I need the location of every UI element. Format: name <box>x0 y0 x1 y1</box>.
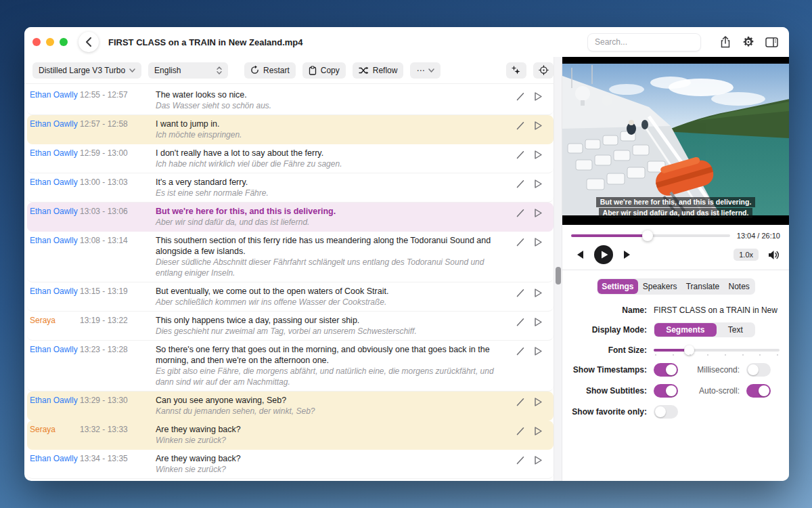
segment-text[interactable]: I don't really have a lot to say about t… <box>156 148 509 158</box>
segment-text[interactable]: Are they waving back? <box>156 453 509 464</box>
tab-notes[interactable]: Notes <box>724 279 754 294</box>
close-window-button[interactable] <box>32 38 41 46</box>
play-segment-button[interactable] <box>534 121 543 131</box>
millisecond-toggle[interactable] <box>746 363 771 377</box>
search-input[interactable]: Search... <box>587 33 701 51</box>
transcript-row[interactable]: Ethan Oawlly 12:55 - 12:57 The water loo… <box>27 86 554 115</box>
font-size-slider[interactable] <box>654 345 780 356</box>
play-segment-button[interactable] <box>534 91 543 102</box>
edit-segment-button[interactable] <box>516 346 526 356</box>
volume-icon[interactable] <box>768 250 780 260</box>
play-segment-button[interactable] <box>534 237 543 247</box>
sidebar-toggle-button[interactable] <box>762 33 781 51</box>
segment-text[interactable]: But we're here for this, and this is del… <box>156 206 509 217</box>
speaker-name[interactable]: Ethan Oawlly <box>30 148 80 158</box>
edit-segment-button[interactable] <box>516 237 526 247</box>
play-pause-button[interactable] <box>594 245 613 264</box>
play-segment-button[interactable] <box>534 208 543 218</box>
speaker-name[interactable]: Ethan Oawlly <box>30 286 80 296</box>
segment-text[interactable]: I want to jump in. <box>156 119 509 129</box>
language-select[interactable]: English <box>148 62 228 79</box>
next-segment-button[interactable] <box>618 246 636 263</box>
transcript-row[interactable]: Ethan Oawlly 13:00 - 13:03 It's a very s… <box>27 173 554 203</box>
speaker-name[interactable]: Seraya <box>30 315 80 325</box>
show-favorite-only-toggle[interactable] <box>654 405 678 419</box>
transcript-row[interactable]: Ethan Oawlly 13:34 - 13:35 Are they wavi… <box>27 450 554 479</box>
edit-segment-button[interactable] <box>516 150 526 160</box>
play-segment-button[interactable] <box>534 288 543 298</box>
transcript-row[interactable]: Ethan Oawlly 13:29 - 13:30 Can you see a… <box>27 391 554 421</box>
play-segment-button[interactable] <box>534 317 543 327</box>
edit-segment-button[interactable] <box>516 426 526 436</box>
transcript-row[interactable]: Seraya 13:19 - 13:22 This only happens t… <box>27 312 554 341</box>
show-timestamps-toggle[interactable] <box>654 363 678 377</box>
segment-text[interactable]: Can you see anyone waving, Seb? <box>156 395 509 406</box>
edit-segment-button[interactable] <box>516 317 526 327</box>
segment-text[interactable]: This only happens twice a day, passing o… <box>156 315 509 326</box>
speaker-name[interactable]: Ethan Oawlly <box>30 453 80 463</box>
restart-button[interactable]: Restart <box>244 62 296 79</box>
playback-speed-button[interactable]: 1.0x <box>734 249 759 261</box>
seek-bar-knob[interactable] <box>642 230 653 241</box>
speaker-name[interactable]: Ethan Oawlly <box>30 177 80 187</box>
transcript-row[interactable]: Ethan Oawlly 13:23 - 13:28 So there's on… <box>27 341 554 391</box>
video-player[interactable]: But we're here for this, and this is del… <box>562 57 789 225</box>
transcript-row[interactable]: Ethan Oawlly 13:03 - 13:06 But we're her… <box>27 203 554 232</box>
speaker-name[interactable]: Ethan Oawlly <box>30 344 80 354</box>
locate-current-button[interactable] <box>533 62 554 79</box>
tab-translate[interactable]: Translate <box>681 279 724 294</box>
copy-button[interactable]: Copy <box>302 62 346 79</box>
reflow-button[interactable]: Reflow <box>353 62 404 79</box>
back-button[interactable] <box>78 32 99 52</box>
auto-scroll-toggle[interactable] <box>746 384 771 398</box>
scrollbar-thumb[interactable] <box>556 267 561 284</box>
display-mode-text[interactable]: Text <box>717 323 754 337</box>
previous-segment-button[interactable] <box>571 246 589 263</box>
transcript-row[interactable]: Ethan Oawlly 12:57 - 12:58 I want to jum… <box>27 115 554 144</box>
minimize-window-button[interactable] <box>46 38 54 46</box>
show-subtitles-toggle[interactable] <box>654 384 678 398</box>
speaker-name[interactable]: Seraya <box>30 424 80 434</box>
transcript-row[interactable]: Ethan Oawlly 13:35 - 13:38 I like to thi… <box>27 479 554 481</box>
tab-speakers[interactable]: Speakers <box>638 279 681 294</box>
transcript-row[interactable]: Ethan Oawlly 12:59 - 13:00 I don't reall… <box>27 144 554 173</box>
segment-text[interactable]: Are they waving back? <box>156 424 509 435</box>
play-segment-button[interactable] <box>534 397 543 407</box>
edit-segment-button[interactable] <box>516 121 526 131</box>
edit-segment-button[interactable] <box>516 91 526 102</box>
share-button[interactable] <box>716 33 735 51</box>
speaker-name[interactable]: Ethan Oawlly <box>30 395 80 405</box>
edit-segment-button[interactable] <box>516 397 526 407</box>
speaker-name[interactable]: Ethan Oawlly <box>30 206 80 216</box>
display-mode-segments[interactable]: Segments <box>654 323 717 337</box>
transcript-row[interactable]: Ethan Oawlly 13:08 - 13:14 This southern… <box>27 232 554 282</box>
auto-segment-button[interactable] <box>506 62 526 79</box>
play-segment-button[interactable] <box>534 179 543 189</box>
name-field[interactable]: FIRST CLASS on a TRAIN in New Zealan <box>654 305 780 315</box>
seek-bar[interactable] <box>571 234 730 237</box>
tab-settings[interactable]: Settings <box>597 279 639 294</box>
scrollbar-track[interactable] <box>554 57 562 481</box>
edit-segment-button[interactable] <box>516 179 526 189</box>
model-select[interactable]: Distilled Large V3 Turbo <box>32 62 141 79</box>
settings-button[interactable] <box>739 33 758 51</box>
play-segment-button[interactable] <box>534 346 543 356</box>
edit-segment-button[interactable] <box>516 208 526 218</box>
play-segment-button[interactable] <box>534 455 543 465</box>
segment-text[interactable]: So there's one ferry that goes out in th… <box>156 344 509 366</box>
edit-segment-button[interactable] <box>516 288 526 298</box>
speaker-name[interactable]: Ethan Oawlly <box>30 89 80 100</box>
zoom-window-button[interactable] <box>60 38 68 46</box>
play-segment-button[interactable] <box>534 150 543 160</box>
segment-text[interactable]: But eventually, we come out to the open … <box>156 286 509 297</box>
speaker-name[interactable]: Ethan Oawlly <box>30 235 80 245</box>
transcript-row[interactable]: Seraya 13:32 - 13:33 Are they waving bac… <box>27 421 554 450</box>
segment-text[interactable]: It's a very standard ferry. <box>156 177 509 188</box>
segment-text[interactable]: The water looks so nice. <box>156 89 509 100</box>
play-segment-button[interactable] <box>534 426 543 436</box>
more-menu-button[interactable]: ⋯ <box>410 62 441 79</box>
edit-segment-button[interactable] <box>516 455 526 465</box>
speaker-name[interactable]: Ethan Oawlly <box>30 119 80 129</box>
segment-text[interactable]: This southern section of this ferry ride… <box>156 235 509 257</box>
transcript-row[interactable]: Ethan Oawlly 13:15 - 13:19 But eventuall… <box>27 282 554 312</box>
